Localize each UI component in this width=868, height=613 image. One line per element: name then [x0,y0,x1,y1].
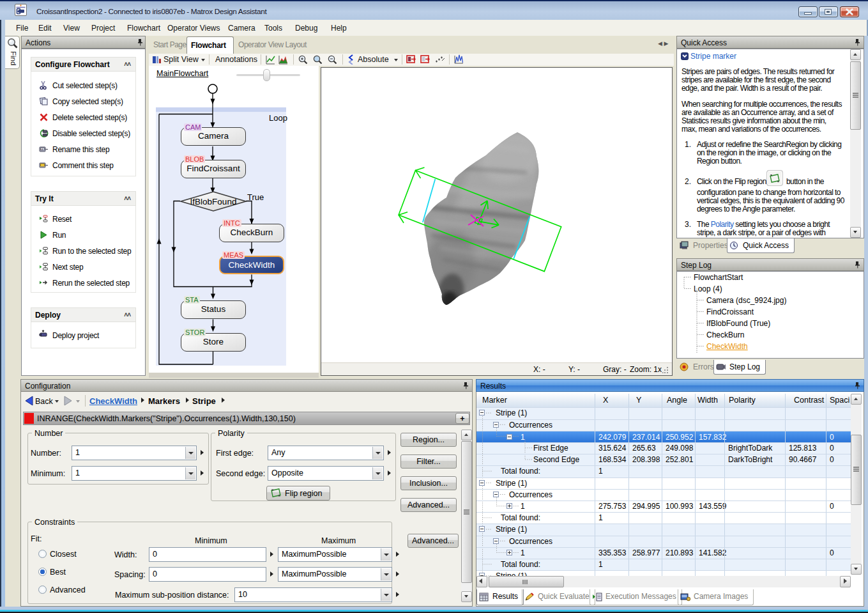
svg-text:IfBlobFound: IfBlobFound [190,197,237,206]
svg-text:ab: ab [41,148,43,151]
